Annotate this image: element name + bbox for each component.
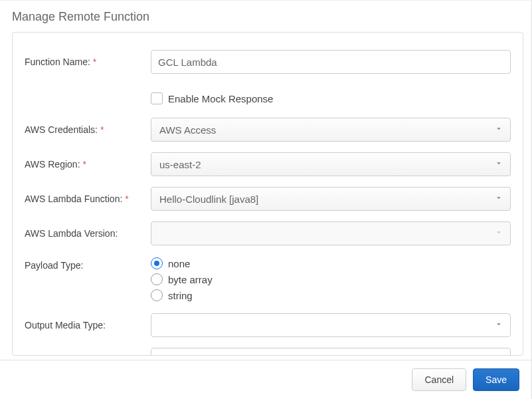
output-media-type-select[interactable] [151, 313, 511, 337]
label-text: AWS Credentials: [25, 124, 98, 135]
label-aws-region: AWS Region:* [25, 159, 151, 170]
dialog-title: Manage Remote Function [0, 1, 531, 32]
row-aws-lambda-function: AWS Lambda Function:* Hello-Cloudlink [j… [25, 187, 511, 211]
read-timeout-input[interactable] [151, 348, 511, 356]
aws-credentials-select[interactable]: AWS Access [151, 118, 511, 142]
label-aws-credentials: AWS Credentials:* [25, 124, 151, 135]
chevron-down-icon [494, 159, 503, 170]
required-marker: * [125, 194, 128, 204]
row-payload-type: Payload Type: none byte array [25, 256, 511, 301]
aws-lambda-function-select[interactable]: Hello-Cloudlink [java8] [151, 187, 511, 211]
payload-type-option-none[interactable]: none [151, 257, 511, 269]
radio-label: string [168, 290, 193, 301]
label-text: AWS Region: [25, 159, 80, 170]
row-aws-lambda-version: AWS Lambda Version: [25, 221, 511, 245]
required-marker: * [93, 57, 96, 67]
row-aws-region: AWS Region:* us-east-2 [25, 152, 511, 176]
radio-label: none [168, 258, 190, 269]
row-read-timeout: Read Timeout (in ms): [25, 348, 511, 356]
dialog-footer: Cancel Save [0, 360, 531, 399]
radio-icon [151, 273, 163, 285]
aws-lambda-version-select[interactable] [151, 221, 511, 245]
label-text: Output Media Type: [25, 320, 106, 331]
aws-region-select[interactable]: us-east-2 [151, 152, 511, 176]
mock-response-checkbox[interactable] [151, 92, 163, 104]
label-aws-lambda-function: AWS Lambda Function:* [25, 194, 151, 204]
label-text: AWS Lambda Function: [25, 194, 122, 204]
manage-remote-function-dialog: Manage Remote Function Function Name:* E… [0, 0, 532, 399]
select-value: AWS Access [159, 124, 216, 136]
mock-response-label: Enable Mock Response [168, 93, 273, 104]
form-area: Function Name:* Enable Mock Response [0, 32, 531, 356]
label-payload-type: Payload Type: [25, 256, 151, 271]
radio-icon [151, 257, 163, 269]
row-aws-credentials: AWS Credentials:* AWS Access [25, 118, 511, 142]
label-function-name: Function Name:* [25, 57, 151, 67]
radio-label: byte array [168, 274, 213, 285]
label-text: AWS Lambda Version: [25, 228, 118, 239]
cancel-button[interactable]: Cancel [412, 368, 466, 391]
chevron-down-icon [494, 228, 503, 239]
chevron-down-icon [494, 194, 503, 205]
row-output-media-type: Output Media Type: [25, 313, 511, 337]
payload-type-option-bytearray[interactable]: byte array [151, 273, 511, 285]
label-output-media-type: Output Media Type: [25, 320, 151, 331]
required-marker: * [83, 159, 86, 170]
save-button[interactable]: Save [473, 368, 519, 391]
select-value: us-east-2 [159, 159, 201, 170]
label-text: Read Timeout (in ms): [25, 354, 116, 356]
label-aws-lambda-version: AWS Lambda Version: [25, 228, 151, 239]
row-function-name: Function Name:* [25, 50, 511, 74]
function-name-input[interactable] [151, 50, 511, 74]
label-read-timeout: Read Timeout (in ms): [25, 354, 151, 356]
chevron-down-icon [494, 124, 503, 136]
label-text: Function Name: [25, 57, 90, 67]
chevron-down-icon [494, 320, 503, 331]
row-mock-response: Enable Mock Response [25, 84, 511, 107]
required-marker: * [100, 124, 104, 135]
select-value: Hello-Cloudlink [java8] [159, 194, 258, 205]
radio-icon [151, 289, 163, 301]
payload-type-option-string[interactable]: string [151, 289, 511, 301]
form-panel[interactable]: Function Name:* Enable Mock Response [12, 32, 523, 356]
label-text: Payload Type: [25, 260, 83, 271]
payload-type-radiogroup: none byte array string [151, 256, 511, 301]
